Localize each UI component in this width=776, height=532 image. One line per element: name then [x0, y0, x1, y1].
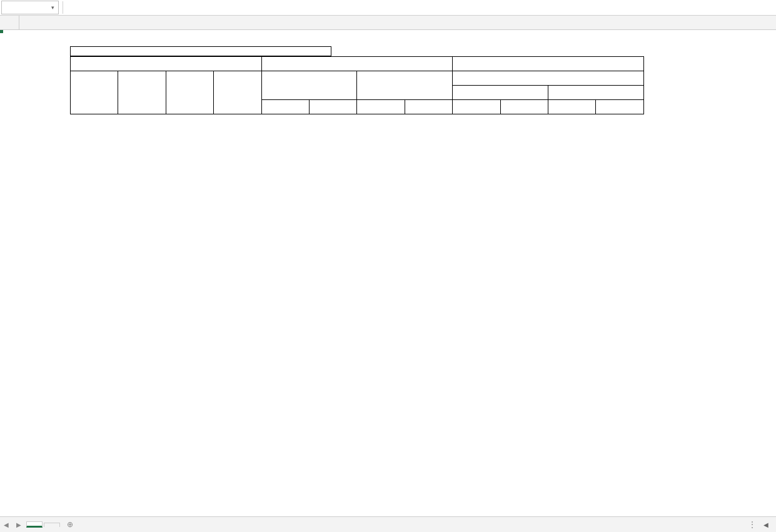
sheet-content	[19, 30, 644, 114]
name-box[interactable]: ▾	[1, 1, 59, 14]
drill-tap-table	[70, 56, 644, 114]
grid-area	[0, 16, 776, 516]
selection-indicator	[0, 30, 3, 33]
select-all-corner[interactable]	[0, 16, 19, 29]
scroll-grip-icon[interactable]: ⋮	[748, 520, 757, 529]
hdr-ds-3	[453, 100, 500, 114]
hdr-all-materials	[453, 71, 644, 86]
hdr-ds-1	[261, 100, 309, 114]
hdr-de-1	[310, 100, 357, 114]
divider	[63, 1, 63, 14]
sheet-tab-bar: ◀ ▶ ⊕ ⋮ ◀	[0, 516, 776, 532]
section-screw-size	[71, 57, 262, 71]
hdr-minor-dia	[214, 71, 261, 114]
column-headers	[0, 16, 776, 30]
hdr-tpi	[166, 71, 213, 114]
hdr-alum	[261, 71, 357, 100]
hdr-close-fit	[453, 86, 548, 100]
formula-bar: ▾	[0, 0, 776, 16]
excel-window: ▾	[0, 0, 776, 532]
name-box-dropdown-icon[interactable]: ▾	[51, 4, 54, 11]
section-tap-drills	[261, 57, 453, 71]
hdr-de-4	[596, 100, 644, 114]
hdr-major-dia	[118, 71, 166, 114]
hdr-de-3	[500, 100, 548, 114]
sheet-rows[interactable]	[0, 30, 776, 516]
page-title	[70, 46, 331, 56]
scroll-left-icon[interactable]: ◀	[762, 521, 770, 528]
horizontal-scroll[interactable]: ⋮ ◀	[748, 520, 776, 529]
tab-nav-prev-icon[interactable]: ◀	[0, 521, 13, 528]
sheet-tab-disclaimer[interactable]	[44, 523, 60, 527]
hdr-num-dia	[71, 71, 118, 114]
formula-input[interactable]	[92, 1, 776, 14]
tab-nav-next-icon[interactable]: ▶	[13, 521, 25, 528]
hdr-steel	[357, 71, 453, 100]
hdr-de-2	[405, 100, 452, 114]
sheet-tab-active[interactable]	[26, 521, 43, 528]
section-clearance	[453, 57, 644, 71]
hdr-ds-4	[548, 100, 596, 114]
add-sheet-icon[interactable]: ⊕	[64, 518, 76, 531]
hdr-free-fit	[548, 86, 644, 100]
hdr-ds-2	[357, 100, 405, 114]
